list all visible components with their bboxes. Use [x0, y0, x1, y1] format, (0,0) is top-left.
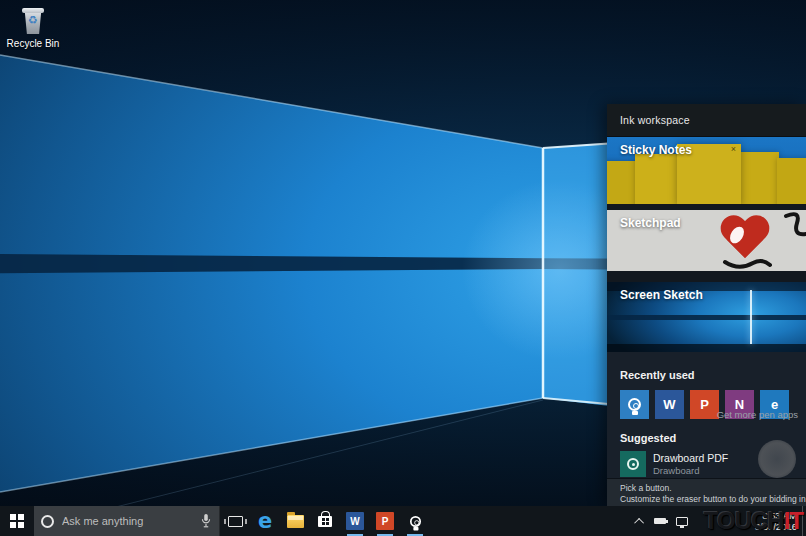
start-button[interactable]	[0, 506, 34, 536]
taskbar-camera-button[interactable]	[400, 506, 430, 536]
drawboard-icon	[627, 458, 639, 470]
thumbnail-window-edge	[750, 290, 752, 344]
edge-icon: e	[258, 511, 272, 532]
camera-icon	[628, 398, 641, 411]
sticky-notes-title: Sticky Notes	[620, 143, 692, 157]
cortana-search-box[interactable]	[34, 506, 220, 536]
footer-line-2: Customize the eraser button to do your b…	[620, 494, 793, 505]
taskbar-word-button[interactable]: W	[340, 506, 370, 536]
cortana-icon	[41, 515, 54, 528]
system-tray	[637, 506, 688, 536]
screen-sketch-card[interactable]: Screen Sketch	[607, 282, 806, 352]
clock-time: 8:53 AM	[755, 510, 797, 521]
powerpoint-icon: P	[376, 512, 394, 530]
thumbnail-shade	[607, 344, 806, 352]
windows-logo-icon	[10, 514, 24, 528]
recycle-bin[interactable]: ♻ Recycle Bin	[4, 6, 62, 49]
taskbar-clock[interactable]: 8:53 AM 3/30/2016	[755, 510, 797, 532]
display-icon[interactable]	[676, 517, 688, 526]
camera-icon	[409, 515, 420, 526]
search-input[interactable]	[62, 515, 200, 527]
clock-date: 3/30/2016	[755, 521, 797, 532]
screen-sketch-title: Screen Sketch	[620, 288, 703, 302]
tray-chevron-up-icon[interactable]	[634, 517, 644, 527]
task-view-icon	[228, 516, 243, 527]
sticky-notes-card[interactable]: Sticky Notes + ×	[607, 137, 806, 204]
footer-line-1: Pick a button.	[620, 483, 793, 494]
panel-divider	[607, 271, 806, 282]
recent-app-camera[interactable]	[620, 390, 649, 419]
recently-used-label: Recently used	[620, 352, 793, 381]
desktop: ♻ Recycle Bin Ink workspace Sticky Notes…	[0, 0, 806, 536]
note-close-icon: ×	[731, 144, 736, 154]
sticky-note	[739, 152, 779, 204]
ink-panel-footer: Pick a button. Customize the eraser butt…	[607, 478, 806, 506]
recycle-symbol-icon: ♻	[20, 15, 46, 26]
suggested-app-title: Drawboard PDF	[653, 452, 728, 465]
taskbar: e W P 8:53	[0, 506, 806, 536]
taskbar-powerpoint-button[interactable]: P	[370, 506, 400, 536]
touch-cursor-indicator	[758, 440, 796, 478]
ink-workspace-panel: Ink workspace Sticky Notes + × Sketchpad	[607, 104, 806, 506]
microphone-icon[interactable]	[200, 513, 212, 529]
file-explorer-button[interactable]	[280, 506, 310, 536]
suggested-app-subtitle: Drawboard	[653, 465, 728, 476]
task-view-button[interactable]	[220, 506, 250, 536]
thumbnail-window-rail	[607, 315, 806, 320]
sticky-note	[607, 161, 637, 204]
taskbar-edge-button[interactable]: e	[250, 506, 280, 536]
store-button[interactable]	[310, 506, 340, 536]
word-icon: W	[663, 397, 675, 412]
powerpoint-icon: P	[700, 397, 709, 412]
sketchpad-card[interactable]: Sketchpad	[607, 210, 806, 271]
show-desktop-button[interactable]	[802, 506, 806, 536]
sticky-note	[777, 158, 806, 204]
recent-app-word[interactable]: W	[655, 390, 684, 419]
ink-workspace-header: Ink workspace	[607, 104, 806, 137]
ink-panel-body: Recently used W P N e Suggested	[607, 352, 806, 478]
folder-icon	[287, 515, 304, 528]
recent-app-powerpoint[interactable]: P	[690, 390, 719, 419]
recycle-bin-icon: ♻	[20, 6, 46, 36]
battery-icon[interactable]	[654, 518, 666, 524]
get-more-pen-apps-link[interactable]: Get more pen apps	[717, 409, 798, 420]
word-icon: W	[346, 512, 364, 530]
sticky-note	[635, 154, 679, 204]
recycle-bin-label: Recycle Bin	[4, 38, 62, 49]
store-bag-icon	[318, 516, 332, 527]
suggested-label: Suggested	[620, 419, 793, 444]
drawboard-tile[interactable]	[620, 451, 646, 477]
sketchpad-title: Sketchpad	[620, 216, 681, 230]
